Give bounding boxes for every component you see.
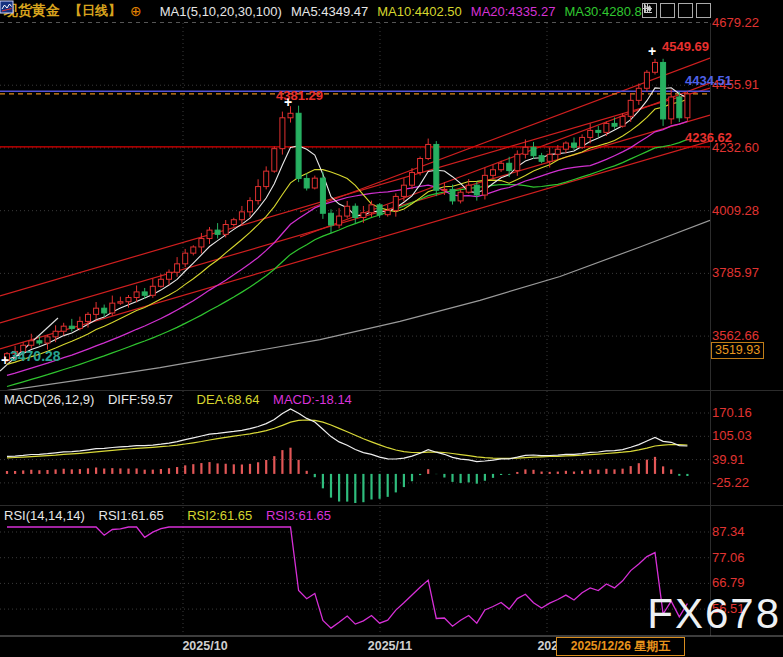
indicator-tick: 170.16 (712, 406, 752, 420)
macd-histogram (7, 448, 687, 503)
ma100-line (0, 220, 710, 391)
high-cross-marker: + (648, 45, 656, 58)
dea-value: DEA:68.64 (197, 392, 260, 407)
rsi3-value: RSI3:61.65 (266, 508, 331, 523)
price-tick: 4009.28 (712, 204, 759, 218)
recent-high-label: 4549.69 (662, 40, 709, 53)
ma5-line (7, 88, 687, 359)
date-tick: 2025/10 (182, 639, 227, 653)
gold-daily-chart-window: 现货黄金 【日线】 ⊕ MA1(5,10,20,30,100) MA5:4349… (0, 0, 783, 657)
price-tick: 3785.97 (712, 266, 759, 280)
price-tick: 4679.22 (712, 16, 759, 30)
indicator-tick: -25.22 (712, 476, 749, 490)
ma30-line (7, 139, 687, 386)
blue-level-label: 4434.51 (685, 74, 732, 87)
rsi-line (7, 527, 687, 628)
fx678-watermark: FX678 (647, 590, 781, 638)
rsi-params-label: RSI(14,14,14) RSI1:61.65 (4, 508, 174, 523)
rsi2-value: RSI2:61.65 (187, 508, 252, 523)
highlighted-date-label: 2025/12/26 星期五 (556, 637, 685, 656)
alert-price-label: 3519.93 (711, 342, 764, 359)
ma10-line (7, 99, 687, 364)
date-tick: 2025/11 (368, 639, 413, 653)
macd-value: MACD:-18.14 (273, 392, 352, 407)
rsi-label-row: RSI(14,14,14) RSI1:61.65 RSI2:61.65 RSI3… (4, 508, 341, 523)
diff-line (7, 409, 687, 462)
candlestick-chart-canvas[interactable] (0, 0, 783, 657)
low-cross-marker: + (1, 354, 9, 367)
indicator-tick: 87.34 (712, 525, 745, 539)
low-label: 3470.28 (10, 350, 61, 363)
indicator-tick: 66.79 (712, 576, 745, 590)
ma20-line (7, 121, 687, 375)
macd-params-label: MACD(26,12,9) DIFF:59.57 (4, 392, 183, 407)
red-level-label: 4236.62 (685, 131, 732, 144)
indicator-tick: 105.03 (712, 429, 752, 443)
indicator-tick: 39.91 (712, 453, 745, 467)
indicator-tick: 77.06 (712, 551, 745, 565)
macd-label-row: MACD(26,12,9) DIFF:59.57 DEA:68.64 MACD:… (4, 392, 362, 407)
peak-cross-marker: + (284, 96, 292, 109)
price-tick: 3562.66 (712, 329, 759, 343)
